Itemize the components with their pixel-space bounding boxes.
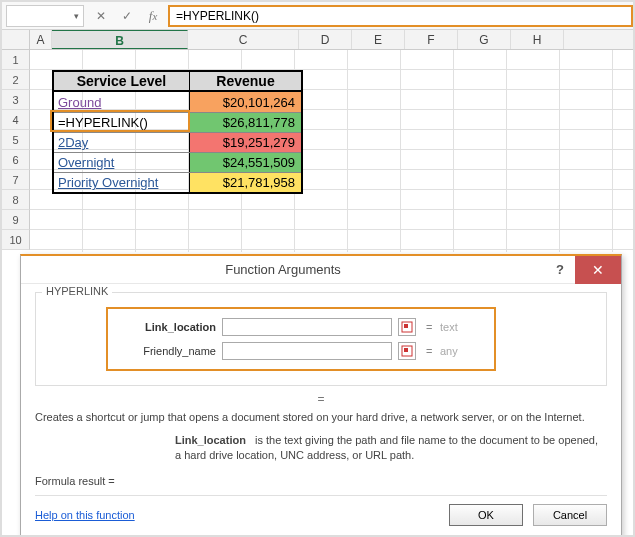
- name-box[interactable]: ▾: [6, 5, 84, 27]
- cell-service-level[interactable]: 2Day: [54, 133, 190, 152]
- col-header-C[interactable]: C: [188, 30, 299, 49]
- argument-input[interactable]: [222, 318, 392, 336]
- row-header[interactable]: 5: [2, 130, 30, 150]
- table-row: Priority Overnight$21,781,958: [54, 172, 301, 192]
- row-header[interactable]: 2: [2, 70, 30, 90]
- help-link[interactable]: Help on this function: [35, 509, 135, 521]
- arg-help-label: Link_location: [175, 434, 246, 446]
- col-header-H[interactable]: H: [511, 30, 564, 49]
- formula-bar-buttons: ✕ ✓ fx: [94, 8, 160, 24]
- dialog-titlebar[interactable]: Function Arguments ? ✕: [21, 256, 621, 284]
- fx-icon[interactable]: fx: [146, 8, 160, 24]
- row-header[interactable]: 6: [2, 150, 30, 170]
- cell-text: =HYPERLINK(): [58, 115, 148, 130]
- argument-row: Friendly_name=any: [116, 339, 486, 363]
- chevron-down-icon[interactable]: ▾: [74, 11, 79, 21]
- equals-label: =: [426, 345, 434, 357]
- col-header-F[interactable]: F: [405, 30, 458, 49]
- row-header[interactable]: 4: [2, 110, 30, 130]
- dialog-title: Function Arguments: [21, 262, 545, 277]
- col-header-E[interactable]: E: [352, 30, 405, 49]
- dialog-footer: Help on this function OK Cancel: [35, 495, 607, 526]
- argument-label: Friendly_name: [116, 345, 216, 357]
- cell-revenue[interactable]: $24,551,509: [190, 153, 301, 172]
- equals-label: =: [426, 321, 434, 333]
- spreadsheet-grid[interactable]: 1 2 3 4 5 6 7 8 9 10 Service Level Reven…: [2, 50, 633, 252]
- cell-text: 2Day: [58, 135, 88, 150]
- cancel-button[interactable]: Cancel: [533, 504, 607, 526]
- header-service-level[interactable]: Service Level: [54, 72, 190, 92]
- cell-revenue[interactable]: $26,811,778: [190, 113, 301, 132]
- cell-service-level[interactable]: Ground: [54, 92, 190, 112]
- range-select-icon[interactable]: [398, 318, 416, 336]
- row-header[interactable]: 8: [2, 190, 30, 210]
- cell-text: Ground: [58, 95, 101, 110]
- row-header[interactable]: 10: [2, 230, 30, 250]
- row-header[interactable]: 3: [2, 90, 30, 110]
- enter-icon[interactable]: ✓: [120, 9, 134, 23]
- arguments-group: HYPERLINK Link_location=textFriendly_nam…: [35, 292, 607, 386]
- cell-revenue[interactable]: $19,251,279: [190, 133, 301, 152]
- table-row: Overnight$24,551,509: [54, 152, 301, 172]
- select-all-corner[interactable]: [2, 30, 30, 49]
- cell-revenue[interactable]: $21,781,958: [190, 173, 301, 192]
- result-equals: =: [35, 392, 607, 406]
- data-table: Service Level Revenue Ground$20,101,264=…: [52, 70, 303, 194]
- table-header-row: Service Level Revenue: [54, 72, 301, 92]
- table-row: Ground$20,101,264: [54, 92, 301, 112]
- argument-type: text: [440, 321, 458, 333]
- svg-rect-1: [404, 324, 408, 328]
- argument-help: Link_location is the text giving the pat…: [175, 433, 607, 463]
- table-row: =HYPERLINK()$26,811,778: [54, 112, 301, 132]
- column-headers: A B C D E F G H: [2, 30, 633, 50]
- svg-rect-3: [404, 348, 408, 352]
- cell-text: Priority Overnight: [58, 175, 158, 190]
- argument-rows: Link_location=textFriendly_name=any: [106, 307, 496, 371]
- close-icon[interactable]: ✕: [575, 256, 621, 284]
- col-header-D[interactable]: D: [299, 30, 352, 49]
- formula-bar: ▾ ✕ ✓ fx =HYPERLINK(): [2, 2, 633, 30]
- help-icon[interactable]: ?: [545, 256, 575, 284]
- argument-type: any: [440, 345, 458, 357]
- dialog-body: HYPERLINK Link_location=textFriendly_nam…: [21, 284, 621, 536]
- col-header-B[interactable]: B: [52, 30, 188, 49]
- cell-service-level[interactable]: Priority Overnight: [54, 173, 190, 192]
- cell-service-level[interactable]: =HYPERLINK(): [54, 113, 190, 132]
- argument-input[interactable]: [222, 342, 392, 360]
- row-header[interactable]: 9: [2, 210, 30, 230]
- function-name-legend: HYPERLINK: [42, 285, 112, 297]
- range-select-icon[interactable]: [398, 342, 416, 360]
- cancel-icon[interactable]: ✕: [94, 9, 108, 23]
- formula-text: =HYPERLINK(): [176, 9, 259, 23]
- formula-input[interactable]: =HYPERLINK(): [168, 5, 633, 27]
- argument-row: Link_location=text: [116, 315, 486, 339]
- col-header-G[interactable]: G: [458, 30, 511, 49]
- row-header[interactable]: 1: [2, 50, 30, 70]
- row-header[interactable]: 7: [2, 170, 30, 190]
- formula-result: Formula result =: [35, 475, 607, 487]
- argument-label: Link_location: [116, 321, 216, 333]
- row-headers: 1 2 3 4 5 6 7 8 9 10: [2, 50, 30, 250]
- cell-service-level[interactable]: Overnight: [54, 153, 190, 172]
- table-row: 2Day$19,251,279: [54, 132, 301, 152]
- function-description: Creates a shortcut or jump that opens a …: [35, 410, 607, 425]
- cell-revenue[interactable]: $20,101,264: [190, 92, 301, 112]
- header-revenue[interactable]: Revenue: [190, 72, 301, 92]
- ok-button[interactable]: OK: [449, 504, 523, 526]
- col-header-A[interactable]: A: [30, 30, 52, 49]
- function-arguments-dialog: Function Arguments ? ✕ HYPERLINK Link_lo…: [20, 254, 622, 537]
- cell-text: Overnight: [58, 155, 114, 170]
